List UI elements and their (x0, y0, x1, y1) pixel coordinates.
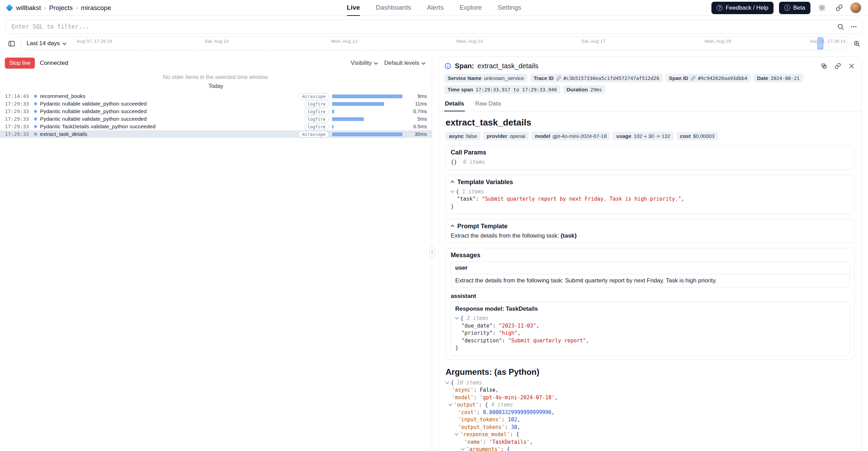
code-token: 0.00003329999999999996 (483, 409, 551, 415)
breadcrumb-item[interactable]: mirascope (81, 4, 111, 12)
code-token: 10 items (457, 380, 482, 386)
code-line: "description": "Submit quarterly report"… (455, 337, 845, 345)
zoom-in-icon (853, 40, 860, 47)
collapse-caret-icon[interactable] (450, 189, 454, 193)
trace-row[interactable]: 17:29:33Pydantic nullable validate_pytho… (0, 100, 432, 108)
arguments-heading: Arguments: (as Python) (446, 367, 855, 377)
chip-label: Span ID (669, 75, 688, 81)
duration-bar-track (332, 132, 405, 136)
time-range-select[interactable]: Last 14 days (21, 37, 73, 50)
stop-live-button[interactable]: Stop live (5, 58, 35, 69)
filter-bar (0, 16, 868, 37)
collapse-caret-icon[interactable] (455, 315, 459, 319)
arguments-python-code: { 10 items 'async': False, 'model': 'gpt… (446, 379, 855, 451)
span-attr-chip: usage102 + 30 -> 132 (613, 132, 674, 140)
tab-raw-data[interactable]: Raw Data (475, 98, 502, 111)
sidebar-toggle-button[interactable] (6, 38, 17, 49)
code-token: , (517, 417, 520, 423)
permalink-button[interactable] (833, 61, 842, 70)
code-token: : (483, 439, 489, 445)
duration-bar (332, 117, 364, 121)
code-token: "Submit quarterly report" (508, 338, 586, 344)
feedback-help-button[interactable]: ? Feedback / Help (711, 2, 774, 14)
template-variables-header[interactable]: Template Variables (451, 179, 849, 186)
collapse-caret-icon[interactable] (448, 402, 452, 406)
span-meta-chip: Span ID#9c942620aa93dbb4 (666, 74, 751, 82)
trace-row[interactable]: 17:29:33Pydantic nullable validate_pytho… (0, 108, 432, 115)
span-diamond-icon (33, 102, 37, 106)
breadcrumb-item[interactable]: willbakst (16, 4, 41, 12)
copy-button[interactable] (819, 61, 828, 70)
row-duration: 30ms (408, 131, 427, 137)
zoom-button[interactable] (851, 38, 862, 49)
duration-bar-track (332, 117, 405, 121)
code-token: , (586, 338, 589, 344)
nav-item-dashboards[interactable]: Dashboards (376, 0, 411, 16)
app-logo-icon[interactable] (6, 4, 13, 11)
prompt-template-card: Prompt Template Extract the details from… (446, 219, 855, 243)
breadcrumb-item[interactable]: Projects (49, 4, 73, 12)
code-token (455, 323, 461, 329)
row-timestamp: 17:29:33 (5, 116, 31, 122)
code-token: "description" (461, 338, 502, 344)
code-token: False (480, 387, 495, 393)
link-icon (835, 63, 841, 69)
code-line: "task": "Submit quarterly report by next… (451, 196, 849, 203)
code-line: 'arguments': { (446, 446, 855, 451)
theme-toggle-button[interactable] (816, 2, 828, 14)
collapse-caret-icon[interactable] (461, 447, 465, 450)
code-token (446, 402, 449, 408)
code-token: 'name' (464, 439, 483, 445)
row-timestamp: 17:29:33 (5, 109, 31, 114)
trace-row[interactable]: 17:29:33Pydantic nullable validate_pytho… (0, 115, 432, 123)
levels-dropdown[interactable]: Default levels (384, 60, 427, 67)
user-avatar[interactable] (850, 2, 861, 13)
code-token (446, 424, 458, 430)
code-token: , (681, 196, 684, 202)
collapse-caret-icon[interactable] (445, 380, 449, 384)
code-token: : (476, 196, 482, 202)
filter-more-button[interactable] (848, 21, 859, 32)
prompt-template-header[interactable]: Prompt Template (451, 223, 849, 230)
nav-item-live[interactable]: Live (347, 0, 360, 16)
breadcrumb-separator-icon: › (76, 4, 78, 11)
visibility-dropdown[interactable]: Visibility (351, 60, 379, 67)
nav-item-alerts[interactable]: Alerts (427, 0, 444, 16)
scope-tag: logfire (304, 116, 329, 122)
sql-filter-input[interactable] (6, 20, 835, 33)
scope-tag: logfire (304, 101, 329, 107)
drag-dots-icon (430, 250, 434, 255)
trace-row[interactable]: 17:29:33Pydantic TaskDetails validate_py… (0, 123, 432, 130)
trace-row[interactable]: 17:29:33extract_task_detailsmirascope30m… (0, 130, 432, 138)
assistant-role-label: assistant (451, 293, 849, 300)
split-drag-handle[interactable] (429, 247, 435, 258)
nav-item-explore[interactable]: Explore (459, 0, 481, 16)
scope-tag: mirascope (299, 93, 329, 100)
close-icon (848, 63, 855, 69)
collapse-chevron-icon (450, 180, 454, 184)
duration-bar-track (332, 125, 405, 129)
close-panel-button[interactable] (847, 61, 856, 70)
span-header-actions (819, 61, 856, 70)
nav-item-settings[interactable]: Settings (498, 0, 521, 16)
row-timestamp: 17:14:43 (5, 93, 31, 99)
share-link-button[interactable] (833, 2, 845, 14)
timeline-track[interactable]: Aug 07, 17:26:14Sat, Aug 10Mon, Aug 12We… (73, 37, 847, 50)
tab-details[interactable]: Details (444, 98, 465, 111)
span-diamond-icon (33, 94, 37, 98)
span-diamond-icon (33, 109, 37, 113)
collapse-caret-icon[interactable] (455, 432, 458, 435)
row-message: Pydantic TaskDetails validate_python suc… (40, 123, 301, 130)
trace-row[interactable]: 17:14:43recommend_booksmirascope9ms (0, 92, 432, 100)
sun-icon (818, 4, 826, 11)
code-line: } (455, 344, 845, 352)
beta-badge[interactable]: i Beta (779, 2, 810, 14)
search-button[interactable] (835, 21, 846, 32)
duration-bar (332, 94, 402, 98)
code-token: : { (510, 431, 519, 438)
levels-label: Default levels (384, 60, 419, 67)
code-line: "priority": "high", (455, 330, 845, 337)
response-model-label: Response model: TaskDetails (455, 305, 845, 312)
live-panel: Stop live Connected Visibility Default l… (0, 54, 432, 451)
chip-value: false (466, 133, 477, 139)
